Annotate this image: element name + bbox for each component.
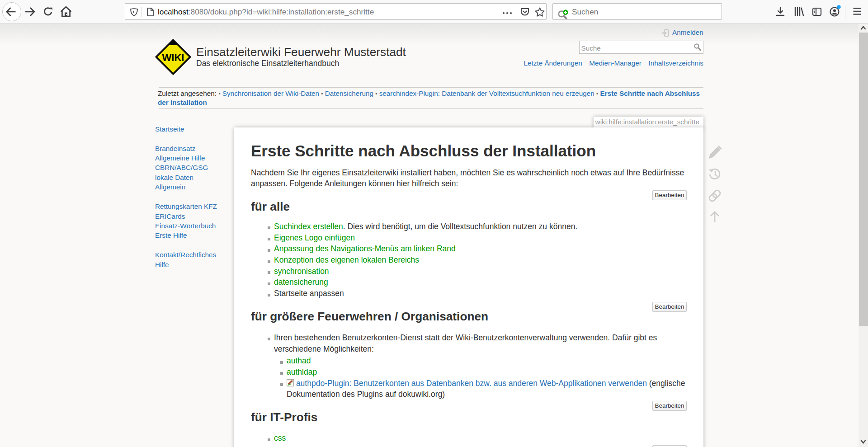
svg-text:WIKI: WIKI xyxy=(162,52,184,63)
